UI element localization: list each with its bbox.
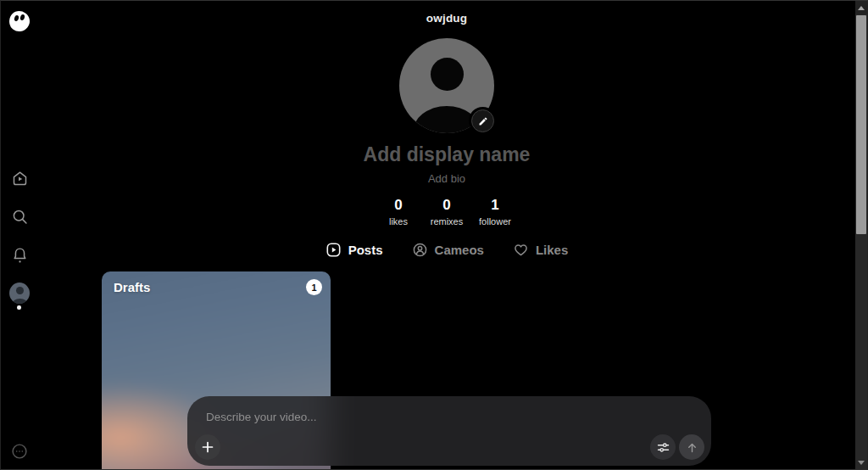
scrollbar-thumb[interactable] xyxy=(856,15,866,234)
tab-likes[interactable]: Likes xyxy=(513,240,568,260)
tab-cameos[interactable]: Cameos xyxy=(412,240,484,260)
sidebar-item-home[interactable] xyxy=(9,168,30,188)
scrollbar-down-button[interactable] xyxy=(855,456,867,469)
profile-username: owjdug xyxy=(38,12,855,25)
search-icon xyxy=(11,208,29,226)
edit-avatar-button[interactable] xyxy=(471,109,494,132)
drafts-count-badge: 1 xyxy=(306,279,322,295)
vertical-scrollbar[interactable] xyxy=(855,1,867,469)
tab-likes-label: Likes xyxy=(536,243,568,257)
sidebar-item-search[interactable] xyxy=(9,206,30,227)
sliders-icon xyxy=(657,441,670,454)
stat-likes-value: 0 xyxy=(375,197,423,214)
profile-tabs: Posts Cameos Likes xyxy=(38,240,855,260)
scrollbar-up-button[interactable] xyxy=(855,1,867,14)
add-bio-placeholder[interactable]: Add bio xyxy=(38,172,855,185)
pencil-icon xyxy=(478,116,488,126)
active-page-indicator-dot xyxy=(17,305,21,310)
sidebar-item-profile[interactable] xyxy=(9,283,30,303)
scroll-up-icon xyxy=(858,6,865,10)
add-media-button[interactable] xyxy=(195,434,220,460)
stat-remixes-label: remixes xyxy=(423,216,471,227)
app-window: { "topbar": { "username": "owjdug" }, "s… xyxy=(0,0,868,470)
play-square-icon xyxy=(326,242,342,258)
sidebar xyxy=(1,1,38,469)
bell-icon xyxy=(11,246,29,265)
scroll-down-icon xyxy=(858,461,865,465)
video-settings-button[interactable] xyxy=(650,434,676,460)
person-circle-icon xyxy=(412,242,428,258)
stat-remixes-value: 0 xyxy=(423,197,471,214)
add-display-name-placeholder[interactable]: Add display name xyxy=(38,143,855,166)
submit-video-button[interactable] xyxy=(679,434,704,460)
plus-icon xyxy=(202,441,214,453)
sidebar-item-more[interactable] xyxy=(9,441,30,462)
heart-icon xyxy=(513,242,529,258)
stat-follower-label: follower xyxy=(471,216,520,227)
home-play-icon xyxy=(11,170,29,187)
stat-follower-value: 1 xyxy=(471,197,520,214)
profile-stats: 0 likes 0 remixes 1 follower xyxy=(38,197,855,227)
stat-follower: 1 follower xyxy=(471,197,520,227)
more-options-icon xyxy=(10,442,29,461)
stat-likes-label: likes xyxy=(375,216,423,227)
tab-posts[interactable]: Posts xyxy=(326,240,383,260)
stat-remixes: 0 remixes xyxy=(423,197,471,227)
profile-avatar xyxy=(399,38,494,133)
tab-posts-label: Posts xyxy=(348,243,383,257)
video-prompt-input[interactable] xyxy=(206,408,579,425)
tab-cameos-label: Cameos xyxy=(435,243,484,257)
sidebar-item-notifications[interactable] xyxy=(9,245,30,266)
arrow-up-icon xyxy=(686,441,698,454)
drafts-title: Drafts xyxy=(114,280,150,294)
video-composer-bar xyxy=(187,396,711,466)
profile-avatar-icon xyxy=(9,283,30,304)
stat-likes: 0 likes xyxy=(375,197,423,227)
